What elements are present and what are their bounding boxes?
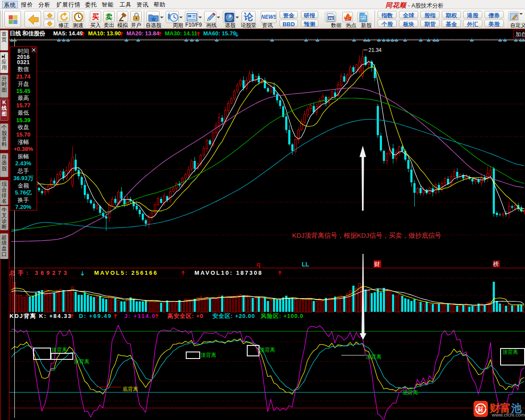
svg-text:底背离: 底背离 bbox=[402, 389, 418, 396]
svg-text:顶背离: 顶背离 bbox=[365, 354, 382, 360]
svg-text:换手: 换手 bbox=[17, 197, 29, 203]
svg-text:MAVOL10: 187308: MAVOL10: 187308 bbox=[194, 270, 263, 276]
svg-text:振幅: 振幅 bbox=[18, 153, 29, 160]
svg-text:15.70: 15.70 bbox=[16, 131, 31, 138]
svg-text:J: +114.0: J: +114.0 bbox=[124, 313, 156, 319]
svg-text:0321: 0321 bbox=[17, 59, 30, 65]
svg-text:顶背离: 顶背离 bbox=[259, 347, 275, 353]
svg-text:36.93万: 36.93万 bbox=[14, 175, 34, 181]
svg-text:7.20%: 7.20% bbox=[15, 204, 31, 210]
svg-text:安全区: +20.00: 安全区: +20.00 bbox=[212, 313, 255, 319]
svg-text:数值: 数值 bbox=[17, 66, 29, 72]
svg-text:MA10: 13.90: MA10: 13.90 bbox=[88, 30, 121, 37]
svg-text:D: +69.49: D: +69.49 bbox=[79, 313, 112, 319]
svg-text:MA30: 14.11: MA30: 14.11 bbox=[165, 30, 197, 37]
svg-text:www.cfchi.com: www.cfchi.com bbox=[491, 412, 525, 417]
svg-text:金额: 金额 bbox=[18, 182, 29, 189]
svg-text:日线 和佳股份: 日线 和佳股份 bbox=[10, 30, 46, 37]
svg-text:顶背离: 顶背离 bbox=[73, 359, 89, 365]
svg-text:MA20: 13.84: MA20: 13.84 bbox=[126, 30, 160, 37]
svg-text:HOT: HOT bbox=[345, 18, 351, 20]
svg-text:底背离: 底背离 bbox=[123, 386, 138, 392]
svg-text:财: 财 bbox=[477, 406, 484, 413]
svg-text:KDJ背离 K: +84.33: KDJ背离 K: +84.33 bbox=[10, 313, 72, 319]
svg-text:加自: 加自 bbox=[515, 31, 525, 38]
svg-text:MAVOL5: 256166: MAVOL5: 256166 bbox=[94, 270, 158, 276]
svg-text:21.74: 21.74 bbox=[16, 73, 31, 80]
svg-text:顶背离: 顶背离 bbox=[200, 352, 216, 358]
svg-text:财: 财 bbox=[374, 261, 380, 267]
svg-text:总手: 369273: 总手: 369273 bbox=[9, 270, 69, 276]
svg-text:收盘: 收盘 bbox=[18, 124, 29, 130]
svg-text:榜: 榜 bbox=[493, 261, 499, 267]
svg-text:MA5: 14.49: MA5: 14.49 bbox=[53, 30, 83, 37]
svg-text:5.76亿: 5.76亿 bbox=[15, 189, 32, 196]
svg-text:开盘: 开盘 bbox=[18, 81, 29, 87]
svg-text:15.77: 15.77 bbox=[16, 102, 31, 109]
svg-text:最高: 最高 bbox=[18, 95, 29, 101]
svg-text:PE: PE bbox=[329, 17, 334, 20]
svg-text:MA60: 15.79: MA60: 15.79 bbox=[203, 30, 236, 37]
svg-text:q: q bbox=[256, 260, 260, 268]
svg-text:最低: 最低 bbox=[18, 109, 29, 116]
svg-text:顶背离: 顶背离 bbox=[502, 349, 518, 355]
svg-text:IPO: IPO bbox=[361, 16, 365, 19]
svg-text:15.45: 15.45 bbox=[16, 88, 31, 94]
svg-text:高安全区: +0: 高安全区: +0 bbox=[167, 313, 204, 319]
svg-text:风险区: +100.0: 风险区: +100.0 bbox=[260, 313, 303, 319]
svg-text:总手: 总手 bbox=[17, 167, 29, 174]
svg-text:LL: LL bbox=[302, 261, 310, 268]
svg-text:+0.38%: +0.38% bbox=[14, 146, 33, 152]
svg-text:KDJ顶背离信号，根据KDJ信号，买卖，做抄底信号: KDJ顶背离信号，根据KDJ信号，买卖，做抄底信号 bbox=[292, 232, 441, 239]
svg-text:涨幅: 涨幅 bbox=[18, 139, 29, 145]
svg-text:21.34: 21.34 bbox=[368, 47, 382, 53]
svg-text:顶背离: 顶背离 bbox=[51, 347, 67, 353]
svg-text:2.43%: 2.43% bbox=[15, 160, 31, 167]
svg-text:15.39: 15.39 bbox=[16, 117, 31, 123]
